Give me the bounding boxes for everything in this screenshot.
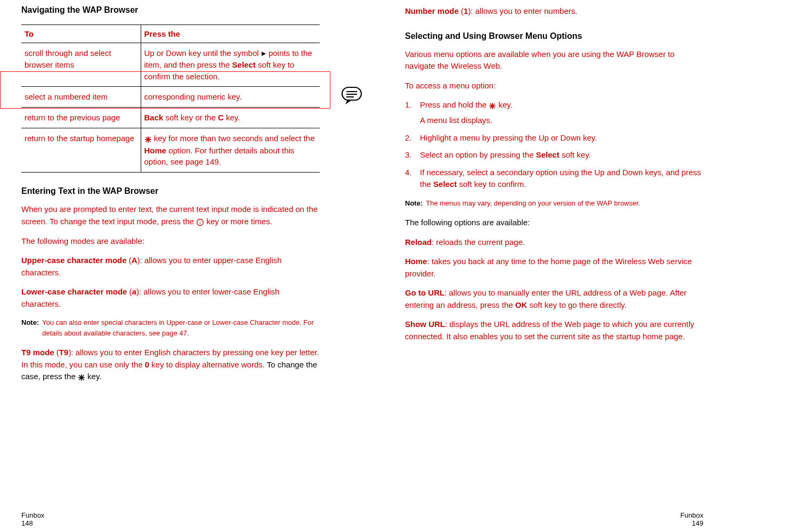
heading-menu-options: Selecting and Using Browser Menu Options <box>405 31 703 41</box>
text-bold: Upper-case character mode <box>21 256 127 265</box>
para-lower: Lower-case character mode (a): allows yo… <box>21 286 320 310</box>
para-gotourl: Go to URL: allows you to manually enter … <box>405 287 703 311</box>
text: ( <box>459 6 464 15</box>
text-bold: Go to URL <box>405 288 444 297</box>
text: : takes you back at any time to the home… <box>405 257 692 278</box>
table-row: return to the previous page Back soft ke… <box>21 108 320 128</box>
para-home: Home: takes you back at any time to the … <box>405 256 703 280</box>
list-item: 2. Highlight a menu by pressing the Up o… <box>405 132 703 144</box>
para-options-avail: The following options are available: <box>405 217 703 229</box>
text: Press and hold the <box>420 100 489 109</box>
cell-press: Back soft key or the C key. <box>141 108 320 128</box>
cell-to: return to the startup homepage <box>21 128 141 172</box>
text-bold: Home <box>405 257 427 266</box>
list-item: 1. Press and hold the key. A menu list d… <box>405 99 703 127</box>
text: Highlight a menu by pressing the Up or D… <box>420 133 597 142</box>
para-reload: Reload: reloads the current page. <box>405 236 703 249</box>
left-page: Navigating the WAP Browser To Press the … <box>0 0 341 532</box>
text: key. <box>224 113 240 122</box>
text: soft key to go there directly. <box>527 300 626 309</box>
footer-label: Funbox <box>21 511 44 519</box>
cell-press: Up or Down key until the symbol points t… <box>141 43 320 87</box>
note-content: The menus may vary, depending on your ve… <box>426 198 640 209</box>
right-page: Number mode (1): allows you to enter num… <box>384 0 725 532</box>
para-showurl: Show URL: displays the URL address of th… <box>405 318 703 342</box>
footer-page: 149 <box>692 519 703 527</box>
cell-press: key for more than two seconds and select… <box>141 128 320 172</box>
triangle-right-icon <box>261 47 266 59</box>
text-bold: Show URL <box>405 320 445 329</box>
table-header-row: To Press the <box>21 25 320 43</box>
page-spread: Navigating the WAP Browser To Press the … <box>0 0 786 532</box>
text-bold: A <box>132 256 137 265</box>
step-number: 1. <box>405 99 412 111</box>
text: key to display alternative words. <box>149 360 267 369</box>
text: key or more times. <box>204 217 272 226</box>
text: Up or Down key until the symbol <box>144 48 261 58</box>
text-bold: Select <box>433 179 457 189</box>
table-row: return to the startup homepage key for m… <box>21 128 320 172</box>
text-bold: C <box>218 113 224 122</box>
text: When you are prompted to enter text, the… <box>21 204 318 226</box>
text-bold: Lower-case character mode <box>21 287 127 296</box>
text-bold: OK <box>515 300 528 309</box>
para-enter-intro: When you are prompted to enter text, the… <box>21 203 320 228</box>
text: Select an option by pressing the <box>420 150 536 159</box>
asterisk-icon <box>144 133 152 145</box>
step-number: 3. <box>405 149 412 161</box>
para-modes: The following modes are available: <box>21 235 320 248</box>
text: ( <box>127 256 132 265</box>
info-circle-icon: i <box>196 216 204 228</box>
cell-press: corresponding numeric key. <box>141 87 320 108</box>
text-bold: 0 <box>145 360 149 369</box>
text: : displays the URL address of the Web pa… <box>405 320 694 341</box>
text-bold: Home <box>144 146 167 155</box>
para-t9: T9 mode (T9): allows you to enter Englis… <box>21 347 320 383</box>
heading-entering-text: Entering Text in the WAP Browser <box>21 186 320 196</box>
text-subline: A menu list displays. <box>420 114 703 127</box>
text-bold: T9 <box>59 348 69 357</box>
footer-page: 148 <box>21 519 33 527</box>
menu-steps-list: 1. Press and hold the key. A menu list d… <box>405 99 703 191</box>
text-bold: Back <box>144 113 164 122</box>
page-footer-left: Funbox 148 <box>21 511 44 528</box>
note-label: Note: <box>21 317 39 338</box>
text-bold: a <box>132 287 136 296</box>
list-item: 3. Select an option by pressing the Sele… <box>405 149 703 161</box>
text: ): allows you to enter numbers. <box>468 6 577 15</box>
th-press: Press the <box>141 25 320 43</box>
nav-table: To Press the scroll through and select b… <box>21 24 320 173</box>
table-row: scroll through and select browser items … <box>21 43 320 87</box>
svg-marker-0 <box>262 52 266 56</box>
text: ( <box>54 348 59 357</box>
text-bold: T9 mode <box>21 348 54 357</box>
note-label: Note: <box>405 198 423 209</box>
cell-to: select a numbered item <box>21 87 141 108</box>
text-bold: Select <box>232 60 256 69</box>
asterisk-icon <box>78 371 85 383</box>
note-menus-vary: Note: The menus may vary, depending on y… <box>405 198 703 209</box>
cell-to: return to the previous page <box>21 108 141 128</box>
svg-text:i: i <box>200 220 201 225</box>
text: soft key. <box>560 150 591 159</box>
text-bold: Select <box>536 150 560 159</box>
th-to: To <box>21 25 141 43</box>
asterisk-icon <box>489 100 496 112</box>
para-menu-access: To access a menu option: <box>405 80 703 92</box>
para-upper: Upper-case character mode (A): allows yo… <box>21 255 320 279</box>
text: key. <box>496 100 513 109</box>
text: soft key to confirm. <box>457 179 526 189</box>
annotation-bubble-icon <box>341 85 362 105</box>
text-bold: Reload <box>405 238 432 247</box>
table-row: select a numbered item corresponding num… <box>21 87 320 108</box>
para-menu-intro: Various menu options are available when … <box>405 48 703 72</box>
footer-label: Funbox <box>680 511 703 519</box>
page-footer-right: Funbox 149 <box>680 511 703 528</box>
heading-navigating: Navigating the WAP Browser <box>21 5 320 15</box>
text: ( <box>127 287 132 296</box>
list-item: 4. If necessary, select a secondary opti… <box>405 167 703 191</box>
text: key for more than two seconds and select… <box>152 134 315 143</box>
note-content: You can also enter special characters in… <box>42 317 320 338</box>
text: soft key or the <box>163 113 218 122</box>
para-number-mode: Number mode (1): allows you to enter num… <box>405 5 703 18</box>
